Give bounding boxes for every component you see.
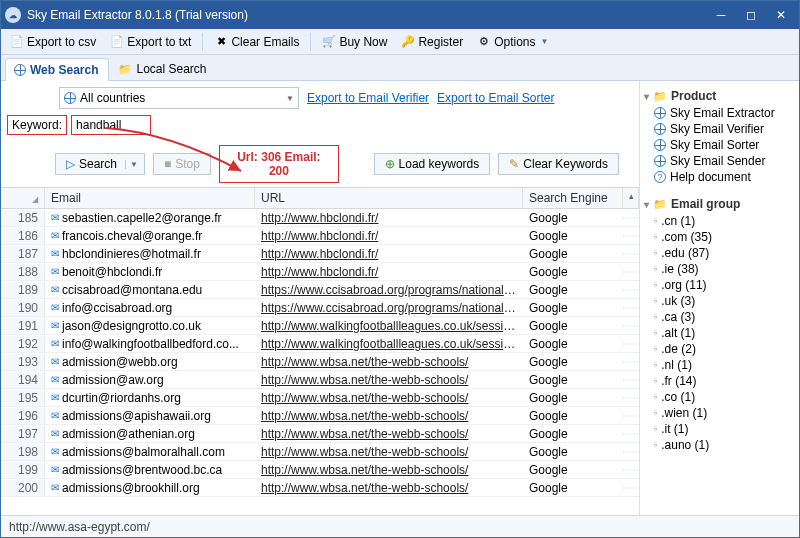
table-row[interactable]: 196✉admissions@apishawaii.orghttp://www.… (1, 407, 639, 425)
export-sorter-link[interactable]: Export to Email Sorter (437, 91, 554, 105)
scrollbar-track[interactable] (623, 361, 639, 363)
email-group-item[interactable]: ▫.auno (1) (644, 437, 795, 453)
scrollbar-track[interactable] (623, 253, 639, 255)
email-group-item[interactable]: ▫.cn (1) (644, 213, 795, 229)
email-group-item[interactable]: ▫.org (11) (644, 277, 795, 293)
email-group-item[interactable]: ▫.it (1) (644, 421, 795, 437)
table-row[interactable]: 193✉admission@webb.orghttp://www.wbsa.ne… (1, 353, 639, 371)
scrollbar-track[interactable] (623, 379, 639, 381)
search-button[interactable]: ▷Search▼ (55, 153, 145, 175)
email-group-item[interactable]: ▫.de (2) (644, 341, 795, 357)
table-row[interactable]: 200✉admissions@brookhill.orghttp://www.w… (1, 479, 639, 497)
main-toolbar: 📄Export to csv 📄Export to txt ✖Clear Ema… (1, 29, 799, 55)
product-item[interactable]: Sky Email Verifier (644, 121, 795, 137)
table-row[interactable]: 194✉admission@aw.orghttp://www.wbsa.net/… (1, 371, 639, 389)
col-index[interactable]: ◢ (1, 188, 45, 208)
cell-url[interactable]: http://www.wbsa.net/the-webb-schools/ (255, 426, 523, 442)
scrollbar-track[interactable] (623, 235, 639, 237)
cell-url[interactable]: http://www.wbsa.net/the-webb-schools/ (255, 372, 523, 388)
cell-url[interactable]: http://www.wbsa.net/the-webb-schools/ (255, 480, 523, 496)
scrollbar-track[interactable] (623, 217, 639, 219)
scrollbar-track[interactable] (623, 415, 639, 417)
minimize-button[interactable]: ─ (707, 5, 735, 25)
table-row[interactable]: 195✉dcurtin@riordanhs.orghttp://www.wbsa… (1, 389, 639, 407)
scrollbar-track[interactable] (623, 397, 639, 399)
cell-email: ✉info@walkingfootballbedford.co... (45, 336, 255, 352)
cell-url[interactable]: http://www.wbsa.net/the-webb-schools/ (255, 390, 523, 406)
col-search-engine[interactable]: Search Engine (523, 188, 623, 208)
close-button[interactable]: ✕ (767, 5, 795, 25)
scrollbar-track[interactable] (623, 433, 639, 435)
keyword-input[interactable] (71, 115, 151, 135)
table-row[interactable]: 189✉ccisabroad@montana.eduhttps://www.cc… (1, 281, 639, 299)
email-group-item[interactable]: ▫.com (35) (644, 229, 795, 245)
product-item[interactable]: ?Help document (644, 169, 795, 185)
tab-web-search[interactable]: Web Search (5, 58, 109, 81)
buy-now-button[interactable]: 🛒Buy Now (317, 33, 392, 51)
cell-url[interactable]: http://www.wbsa.net/the-webb-schools/ (255, 444, 523, 460)
maximize-button[interactable]: ◻ (737, 5, 765, 25)
scrollbar-track[interactable] (623, 487, 639, 489)
export-verifier-link[interactable]: Export to Email Verifier (307, 91, 429, 105)
cell-url[interactable]: http://www.hbclondi.fr/ (255, 246, 523, 262)
export-csv-button[interactable]: 📄Export to csv (5, 33, 101, 51)
product-item[interactable]: Sky Email Sender (644, 153, 795, 169)
email-group-item[interactable]: ▫.ca (3) (644, 309, 795, 325)
table-row[interactable]: 198✉admissions@balmoralhall.comhttp://ww… (1, 443, 639, 461)
table-row[interactable]: 187✉hbclondinieres@hotmail.frhttp://www.… (1, 245, 639, 263)
email-group-item[interactable]: ▫.alt (1) (644, 325, 795, 341)
table-row[interactable]: 199✉admissions@brentwood.bc.cahttp://www… (1, 461, 639, 479)
stop-button[interactable]: ■Stop (153, 153, 211, 175)
cell-url[interactable]: https://www.ccisabroad.org/programs/nati… (255, 282, 523, 298)
scrollbar-track[interactable] (623, 343, 639, 345)
scrollbar-track[interactable] (623, 451, 639, 453)
mail-icon: ✉ (51, 212, 59, 223)
email-group-item[interactable]: ▫.uk (3) (644, 293, 795, 309)
cell-url[interactable]: http://www.hbclondi.fr/ (255, 210, 523, 226)
col-email[interactable]: Email (45, 188, 255, 208)
table-row[interactable]: 190✉info@ccisabroad.orghttps://www.ccisa… (1, 299, 639, 317)
product-item[interactable]: Sky Email Sorter (644, 137, 795, 153)
chevron-down-icon[interactable]: ▼ (125, 160, 142, 169)
country-dropdown[interactable]: All countries ▼ (59, 87, 299, 109)
product-header[interactable]: ▾📁Product (644, 87, 795, 105)
cell-url[interactable]: http://www.hbclondi.fr/ (255, 228, 523, 244)
table-row[interactable]: 185✉sebastien.capelle2@orange.frhttp://w… (1, 209, 639, 227)
email-group-header[interactable]: ▾📁Email group (644, 195, 795, 213)
tab-local-search[interactable]: 📁Local Search (109, 57, 217, 80)
collapse-icon: ▾ (644, 91, 649, 102)
cell-url[interactable]: http://www.wbsa.net/the-webb-schools/ (255, 354, 523, 370)
table-row[interactable]: 188✉benoit@hbclondi.frhttp://www.hbclond… (1, 263, 639, 281)
clear-emails-button[interactable]: ✖Clear Emails (209, 33, 304, 51)
cell-url[interactable]: http://www.hbclondi.fr/ (255, 264, 523, 280)
cell-url[interactable]: http://www.wbsa.net/the-webb-schools/ (255, 408, 523, 424)
scrollbar-track[interactable] (623, 469, 639, 471)
options-button[interactable]: ⚙Options▼ (472, 33, 553, 51)
cell-url[interactable]: http://www.walkingfootballleagues.co.uk/… (255, 336, 523, 352)
email-group-item[interactable]: ▫.edu (87) (644, 245, 795, 261)
product-item[interactable]: Sky Email Extractor (644, 105, 795, 121)
export-txt-button[interactable]: 📄Export to txt (105, 33, 196, 51)
register-button[interactable]: 🔑Register (396, 33, 468, 51)
scrollbar-track[interactable] (623, 325, 639, 327)
email-group-item[interactable]: ▫.wien (1) (644, 405, 795, 421)
scroll-up[interactable]: ▴ (623, 188, 639, 208)
email-group-item[interactable]: ▫.fr (14) (644, 373, 795, 389)
table-row[interactable]: 186✉francois.cheval@orange.frhttp://www.… (1, 227, 639, 245)
scrollbar-track[interactable] (623, 289, 639, 291)
cell-url[interactable]: http://www.wbsa.net/the-webb-schools/ (255, 462, 523, 478)
col-url[interactable]: URL (255, 188, 523, 208)
gear-icon: ⚙ (477, 35, 491, 49)
email-group-item[interactable]: ▫.ie (38) (644, 261, 795, 277)
cell-url[interactable]: https://www.ccisabroad.org/programs/nati… (255, 300, 523, 316)
scrollbar-track[interactable] (623, 307, 639, 309)
cell-url[interactable]: http://www.walkingfootballleagues.co.uk/… (255, 318, 523, 334)
scrollbar-track[interactable] (623, 271, 639, 273)
email-group-item[interactable]: ▫.nl (1) (644, 357, 795, 373)
table-row[interactable]: 191✉jason@designgrotto.co.ukhttp://www.w… (1, 317, 639, 335)
email-group-item[interactable]: ▫.co (1) (644, 389, 795, 405)
load-keywords-button[interactable]: ⊕Load keywords (374, 153, 491, 175)
table-row[interactable]: 197✉admission@athenian.orghttp://www.wbs… (1, 425, 639, 443)
table-row[interactable]: 192✉info@walkingfootballbedford.co...htt… (1, 335, 639, 353)
clear-keywords-button[interactable]: ✎Clear Keywords (498, 153, 619, 175)
